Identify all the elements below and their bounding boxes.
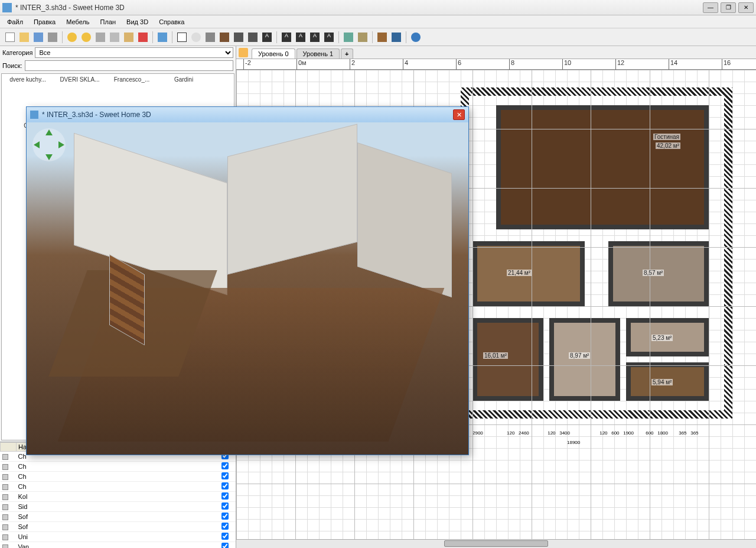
- 3d-viewport[interactable]: [27, 122, 468, 455]
- open-button[interactable]: [18, 31, 31, 44]
- paste-button[interactable]: [122, 31, 135, 44]
- visible-checkbox[interactable]: [221, 492, 229, 500]
- visible-checkbox[interactable]: [221, 533, 229, 540]
- row-name: Sid: [16, 502, 131, 512]
- polyline-icon: [234, 33, 243, 42]
- furniture-row[interactable]: Sof: [1, 522, 236, 532]
- menu-3dview[interactable]: Вид 3D: [122, 17, 153, 27]
- room-living-area: 42,02 м²: [656, 142, 680, 149]
- row-v2: [160, 472, 190, 482]
- zoom-in-button[interactable]: [342, 31, 355, 44]
- visible-checkbox[interactable]: [221, 523, 229, 530]
- create-text-tool[interactable]: A: [260, 31, 273, 44]
- furniture-row[interactable]: Ch: [1, 472, 236, 482]
- 3d-scene: [27, 122, 468, 455]
- copy-button[interactable]: [108, 31, 121, 44]
- menu-plan[interactable]: План: [96, 17, 121, 27]
- room-living[interactable]: Гостиная 42,02 м²: [496, 105, 709, 229]
- add-furniture-icon: [158, 33, 167, 42]
- visible-checkbox[interactable]: [221, 502, 229, 510]
- row-v2: [160, 542, 190, 549]
- create-walls-tool[interactable]: [204, 31, 217, 44]
- furniture-list[interactable]: Наимен ChChChChKolSidSofSofUniVanbedCatG…: [0, 442, 236, 548]
- room-16[interactable]: 16,01 м²: [472, 318, 543, 401]
- separator: [62, 31, 63, 43]
- furniture-row[interactable]: Kol: [1, 492, 236, 502]
- furniture-row[interactable]: Uni: [1, 532, 236, 542]
- level-tab-1[interactable]: Уровень 1: [296, 48, 340, 59]
- pan-icon: [191, 33, 201, 42]
- menu-help[interactable]: Справка: [154, 17, 189, 27]
- room-8[interactable]: 8,57 м²: [608, 241, 709, 306]
- create-photo-button[interactable]: [376, 31, 389, 44]
- color-swatch: [2, 524, 8, 530]
- row-name: Ch: [16, 462, 131, 472]
- pan-tool[interactable]: [190, 31, 203, 44]
- undo-button[interactable]: [66, 31, 79, 44]
- furniture-row[interactable]: Sof: [1, 512, 236, 522]
- bold-button[interactable]: A: [308, 31, 321, 44]
- room-5[interactable]: 5,23 м²: [626, 318, 709, 356]
- visible-checkbox[interactable]: [221, 482, 229, 489]
- furniture-row[interactable]: Ch: [1, 462, 236, 472]
- horizontal-scrollbar[interactable]: [236, 539, 756, 548]
- room-5b[interactable]: 5,94 м²: [626, 362, 709, 401]
- create-polyline-tool[interactable]: [232, 31, 245, 44]
- 3d-close-button[interactable]: ✕: [453, 109, 465, 120]
- scrollbar-thumb[interactable]: [444, 540, 548, 547]
- new-button[interactable]: [4, 31, 17, 44]
- window-title: * INTER_3.sh3d - Sweet Home 3D: [15, 4, 703, 12]
- delete-button[interactable]: [136, 31, 149, 44]
- row-v1: [131, 522, 160, 532]
- italic-button[interactable]: A: [322, 31, 335, 44]
- add-furniture-button[interactable]: [156, 31, 169, 44]
- furniture-row[interactable]: Ch: [1, 482, 236, 492]
- create-dimensions-tool[interactable]: [246, 31, 259, 44]
- color-swatch: [2, 504, 8, 510]
- preferences-button[interactable]: [46, 31, 59, 44]
- ruler-tick: 4: [403, 59, 408, 70]
- paste-icon: [124, 33, 133, 42]
- 3d-titlebar[interactable]: * INTER_3.sh3d - Sweet Home 3D ✕: [27, 107, 468, 122]
- help-button[interactable]: [409, 31, 422, 44]
- 3d-view-window[interactable]: * INTER_3.sh3d - Sweet Home 3D ✕: [26, 106, 469, 455]
- create-video-button[interactable]: [390, 31, 403, 44]
- visible-checkbox[interactable]: [221, 543, 229, 548]
- maximize-button[interactable]: ❐: [721, 2, 736, 13]
- level-tab-0[interactable]: Уровень 0: [252, 48, 295, 59]
- text-bigger-icon: A: [282, 33, 291, 42]
- menu-file[interactable]: Файл: [2, 17, 28, 27]
- row-v3: [190, 502, 219, 512]
- row-name: Ch: [16, 482, 131, 492]
- room-21[interactable]: 21,44 м²: [472, 241, 585, 306]
- close-button[interactable]: ✕: [738, 2, 754, 13]
- row-v3: [190, 532, 219, 542]
- cut-button[interactable]: [94, 31, 107, 44]
- decrease-text-size-button[interactable]: A: [294, 31, 307, 44]
- dimension-value: 1800: [657, 430, 668, 436]
- category-select[interactable]: Все: [35, 47, 233, 58]
- room-8b[interactable]: 8,97 м²: [549, 318, 620, 401]
- zoom-out-button[interactable]: [356, 31, 369, 44]
- row-name: Kol: [16, 492, 131, 502]
- create-rooms-tool[interactable]: [218, 31, 231, 44]
- redo-button[interactable]: [80, 31, 93, 44]
- select-tool[interactable]: [175, 31, 188, 44]
- increase-text-size-button[interactable]: A: [280, 31, 293, 44]
- save-button[interactable]: [32, 31, 45, 44]
- menu-furniture[interactable]: Мебель: [61, 17, 94, 27]
- row-v2: [160, 502, 190, 512]
- text-icon: A: [262, 33, 272, 42]
- search-input[interactable]: [25, 60, 233, 71]
- add-level-tab[interactable]: +: [341, 48, 353, 59]
- separator: [406, 31, 406, 43]
- visible-checkbox[interactable]: [221, 462, 229, 469]
- lock-icon[interactable]: [239, 48, 248, 57]
- menu-edit[interactable]: Правка: [29, 17, 60, 27]
- furniture-row[interactable]: Van: [1, 542, 236, 549]
- col-check[interactable]: [1, 443, 17, 452]
- visible-checkbox[interactable]: [221, 513, 229, 520]
- minimize-button[interactable]: —: [703, 2, 718, 13]
- furniture-row[interactable]: Sid: [1, 502, 236, 512]
- visible-checkbox[interactable]: [221, 472, 229, 479]
